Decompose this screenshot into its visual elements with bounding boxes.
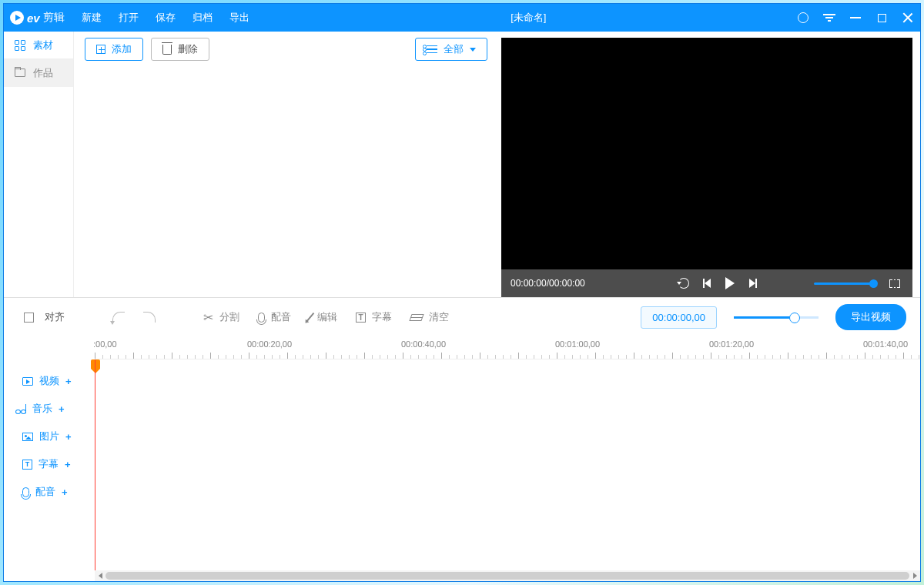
grid-icon xyxy=(15,40,25,51)
text-icon: T xyxy=(356,313,366,323)
ruler-label: 00:01:20,00 xyxy=(709,339,754,349)
track-row[interactable] xyxy=(95,470,920,498)
button-label: 添加 xyxy=(112,42,132,56)
player-controls: 00:00:00/00:00:00 xyxy=(501,269,912,297)
track-voice[interactable]: 配音+ xyxy=(4,478,95,506)
add-track-icon: + xyxy=(65,459,71,470)
fullscreen-button[interactable] xyxy=(886,275,903,292)
mic-icon xyxy=(22,487,29,497)
dropdown-label: 全部 xyxy=(444,42,464,56)
next-frame-button[interactable] xyxy=(745,275,762,292)
timeline-canvas[interactable]: :00,0000:00:20,0000:00:40,0000:01:00,000… xyxy=(95,336,920,581)
redo-button[interactable] xyxy=(137,309,162,326)
ruler-label: 00:01:00,00 xyxy=(555,339,600,349)
split-tool[interactable]: ✂分割 xyxy=(197,307,246,328)
track-row[interactable] xyxy=(95,387,920,415)
sidebar-tab-label: 作品 xyxy=(33,66,53,80)
track-music[interactable]: 音乐+ xyxy=(4,395,95,423)
media-panel: 添加 删除 全部 xyxy=(73,32,498,297)
menu-open[interactable]: 打开 xyxy=(119,11,139,25)
close-button[interactable] xyxy=(902,12,914,24)
scroll-thumb[interactable] xyxy=(105,572,909,580)
chevron-down-icon xyxy=(470,48,476,52)
redo-icon xyxy=(143,312,156,323)
play-button[interactable] xyxy=(721,275,738,292)
app-name: 剪辑 xyxy=(43,11,65,25)
titlebar: ev 剪辑 新建 打开 保存 归档 导出 [未命名] xyxy=(4,4,920,32)
timeline-timecode[interactable]: 00:00:00,00 xyxy=(641,306,717,329)
video-icon xyxy=(22,377,33,386)
ruler-label: 00:00:20,00 xyxy=(247,339,292,349)
user-icon[interactable] xyxy=(797,12,809,24)
track-video[interactable]: 视频+ xyxy=(4,367,95,395)
zoom-slider[interactable] xyxy=(734,316,819,319)
menu-save[interactable]: 保存 xyxy=(156,11,176,25)
clear-tool[interactable]: 清空 xyxy=(404,307,455,327)
plus-icon xyxy=(96,45,105,54)
align-label: 对齐 xyxy=(45,310,65,324)
ruler-label: :00,00 xyxy=(93,339,117,349)
track-subtitle[interactable]: T字幕+ xyxy=(4,450,95,478)
sidebar-tab-works[interactable]: 作品 xyxy=(4,59,73,87)
text-icon: T xyxy=(22,460,32,470)
scissors-icon: ✂ xyxy=(203,310,213,325)
add-media-button[interactable]: 添加 xyxy=(85,38,143,61)
subtitle-tool[interactable]: T字幕 xyxy=(350,307,398,327)
export-video-button[interactable]: 导出视频 xyxy=(835,304,906,330)
sidebar-tab-media[interactable]: 素材 xyxy=(4,32,73,59)
image-icon xyxy=(22,433,33,441)
video-preview[interactable] xyxy=(501,38,912,269)
playhead-handle-icon xyxy=(91,359,100,369)
voiceover-tool[interactable]: 配音 xyxy=(252,307,297,327)
settings-icon[interactable] xyxy=(823,13,835,22)
scroll-right-icon[interactable] xyxy=(909,570,920,581)
pen-icon xyxy=(306,313,315,322)
menu-new[interactable]: 新建 xyxy=(82,11,102,25)
timeline-ruler[interactable]: :00,0000:00:20,0000:00:40,0000:01:00,000… xyxy=(95,336,920,359)
add-track-icon: + xyxy=(65,376,72,387)
add-track-icon: + xyxy=(62,486,68,498)
menu-export[interactable]: 导出 xyxy=(229,11,249,25)
track-image[interactable]: 图片+ xyxy=(4,423,95,450)
sidebar-tab-label: 素材 xyxy=(33,38,53,52)
maximize-button[interactable] xyxy=(875,12,888,24)
track-headers: 视频+ 音乐+ 图片+ T字幕+ 配音+ xyxy=(4,336,95,581)
scroll-left-icon[interactable] xyxy=(95,570,105,581)
music-icon xyxy=(22,404,26,413)
list-icon xyxy=(427,45,437,53)
menu-archive[interactable]: 归档 xyxy=(192,11,213,25)
media-filter-dropdown[interactable]: 全部 xyxy=(415,38,487,61)
sidebar: 素材 作品 xyxy=(4,32,73,297)
folder-icon xyxy=(15,69,25,77)
add-track-icon: + xyxy=(59,403,65,415)
trash-icon xyxy=(162,45,172,55)
align-toggle[interactable]: 对齐 xyxy=(18,307,71,327)
replay-button[interactable] xyxy=(675,275,692,292)
volume-slider[interactable] xyxy=(814,282,874,285)
upper-pane: 素材 作品 添加 删除 全部 xyxy=(4,32,920,298)
track-row[interactable] xyxy=(95,359,920,387)
logo-text: ev xyxy=(27,12,40,25)
playhead-line xyxy=(95,359,95,570)
track-row[interactable] xyxy=(95,415,920,443)
media-content-area[interactable] xyxy=(74,67,498,297)
undo-button[interactable] xyxy=(106,309,131,326)
player-timecode: 00:00:00/00:00:00 xyxy=(511,278,585,289)
button-label: 删除 xyxy=(178,42,198,56)
checkbox-icon xyxy=(24,313,34,323)
preview-panel: 00:00:00/00:00:00 xyxy=(498,32,920,297)
edit-toolbar: 对齐 ✂分割 配音 编辑 T字幕 清空 00:00:00,00 导出视频 xyxy=(4,298,920,336)
media-toolbar: 添加 删除 全部 xyxy=(74,32,498,67)
prev-frame-button[interactable] xyxy=(698,275,715,292)
minimize-button[interactable] xyxy=(849,12,862,24)
app-window: ev 剪辑 新建 打开 保存 归档 导出 [未命名] 素材 作品 xyxy=(3,3,921,582)
mic-icon xyxy=(258,313,265,323)
edit-tool[interactable]: 编辑 xyxy=(303,307,343,327)
ruler-label: 00:01:40,00 xyxy=(863,339,908,349)
delete-media-button[interactable]: 删除 xyxy=(151,38,209,61)
undo-icon xyxy=(112,312,125,323)
eraser-icon xyxy=(409,314,424,321)
timeline: 视频+ 音乐+ 图片+ T字幕+ 配音+ :00,0000:00:20,0000… xyxy=(4,336,920,581)
track-row[interactable] xyxy=(95,443,920,470)
timeline-scrollbar[interactable] xyxy=(95,570,920,581)
